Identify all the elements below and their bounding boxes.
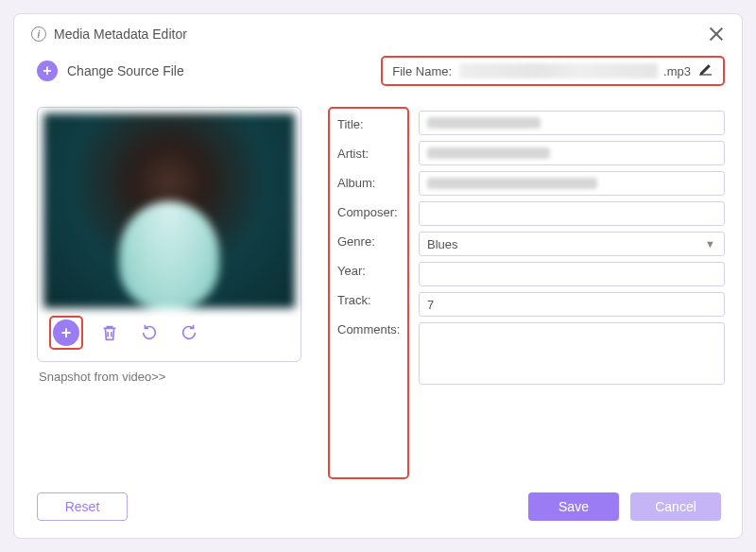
composer-input[interactable] [419,201,725,226]
content-area: + Snapshot from video>> Title: [14,90,742,479]
snapshot-from-video-link[interactable]: Snapshot from video>> [37,370,301,384]
label-artist: Artist: [337,144,402,163]
top-row: + Change Source File File Name: .mp3 [14,50,742,90]
highlight-add-art: + [49,316,83,350]
track-input[interactable] [419,292,725,317]
right-pane: Title: Artist: Album: Composer: Genre: Y… [301,107,725,479]
fields-column: ▼ [409,107,725,479]
change-source-plus-icon[interactable]: + [37,60,58,81]
footer: Reset Save Cancel [14,479,742,538]
dialog-title: Media Metadata Editor [54,26,187,42]
label-album: Album: [337,173,402,192]
left-pane: + Snapshot from video>> [37,107,301,479]
add-art-button[interactable]: + [53,319,79,346]
filename-extension: .mp3 [663,64,691,78]
genre-select[interactable] [419,232,725,256]
filename-label: File Name: [392,64,452,78]
filename-area: File Name: .mp3 [381,56,725,86]
label-track: Track: [337,290,402,309]
edit-filename-pencil-icon[interactable] [698,61,713,80]
label-composer: Composer: [337,202,402,221]
delete-art-button[interactable] [96,319,123,346]
genre-select-wrap: ▼ [419,232,725,256]
labels-column: Title: Artist: Album: Composer: Genre: Y… [328,107,409,479]
label-comments: Comments: [337,319,402,338]
album-art-toolbar: + [43,308,295,355]
titlebar: i Media Metadata Editor [14,14,742,50]
year-input[interactable] [419,262,725,286]
title-input[interactable] [419,111,725,135]
label-year: Year: [337,261,402,280]
reset-button[interactable]: Reset [37,492,128,521]
album-input[interactable] [419,171,725,196]
album-art-image [43,113,295,308]
label-genre: Genre: [337,232,402,250]
filename-value [459,63,658,78]
metadata-editor-dialog: i Media Metadata Editor + Change Source … [13,13,743,539]
rotate-right-button[interactable] [176,319,202,346]
rotate-left-button[interactable] [136,319,163,346]
comments-textarea[interactable] [419,322,725,385]
artist-input[interactable] [419,141,725,165]
close-icon[interactable] [708,26,725,43]
album-art-frame: + [37,107,301,362]
info-icon: i [31,26,46,42]
cancel-button[interactable]: Cancel [630,492,721,521]
label-title: Title: [337,114,402,133]
change-source-file-link[interactable]: Change Source File [67,63,184,78]
save-button[interactable]: Save [528,492,619,521]
